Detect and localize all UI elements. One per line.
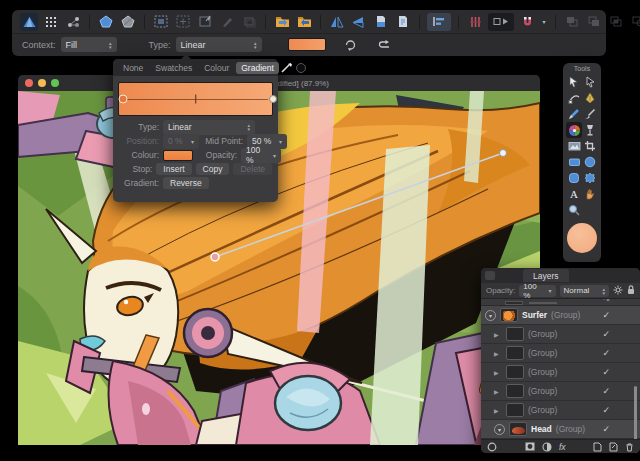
snapping-magnet-icon[interactable] bbox=[518, 13, 536, 31]
vector-brush-tool[interactable] bbox=[582, 106, 598, 122]
collapse-arrow-icon[interactable]: ▶ bbox=[494, 369, 502, 376]
layer-row-group-5[interactable]: ▶ (Group) ✓ bbox=[481, 401, 640, 420]
doc-page-icon[interactable] bbox=[394, 13, 412, 31]
blend-mode-dropdown[interactable]: Normal ▴▾ bbox=[560, 285, 609, 297]
flip-vertical-icon[interactable] bbox=[350, 13, 368, 31]
adjustment-layer-icon[interactable] bbox=[542, 442, 552, 452]
disabled-pen-icon[interactable] bbox=[218, 13, 236, 31]
expand-arrow-icon[interactable]: ▾ bbox=[485, 310, 496, 321]
layer-visibility-check[interactable]: ✓ bbox=[602, 386, 610, 396]
position-dropdown[interactable]: 0 % bbox=[163, 134, 199, 149]
pixel-persona-icon[interactable] bbox=[42, 13, 60, 31]
clipped-layer-row[interactable]: ↷ bbox=[481, 299, 640, 306]
layer-row-group-3[interactable]: ▶ (Group) ✓ bbox=[481, 363, 640, 382]
preview-mode-toggle[interactable] bbox=[488, 13, 514, 31]
layer-visibility-check[interactable]: ✓ bbox=[602, 329, 610, 339]
current-colour-well[interactable] bbox=[567, 223, 597, 253]
noise-swatch[interactable] bbox=[296, 63, 306, 73]
designer-persona-icon[interactable] bbox=[20, 13, 38, 31]
reverse-gradient-icon[interactable] bbox=[376, 36, 394, 54]
delete-stop-button[interactable]: Delete bbox=[233, 163, 272, 175]
eyedropper-icon[interactable] bbox=[281, 62, 293, 73]
collapse-arrow-icon[interactable]: ▶ bbox=[494, 331, 502, 338]
point-tool[interactable] bbox=[566, 90, 582, 106]
gradient-stop-start[interactable] bbox=[119, 95, 128, 104]
pentagon-blue-icon[interactable] bbox=[97, 13, 115, 31]
layer-visibility-check[interactable]: ✓ bbox=[602, 367, 610, 377]
tab-none[interactable]: None bbox=[118, 62, 148, 74]
transparency-tool[interactable] bbox=[582, 122, 598, 138]
rounded-rectangle-tool[interactable] bbox=[566, 170, 582, 186]
artistic-text-tool[interactable]: A bbox=[566, 186, 582, 202]
shape-tool[interactable] bbox=[582, 170, 598, 186]
layer-visibility-check[interactable]: ✓ bbox=[602, 424, 610, 434]
document-titlebar[interactable]: Surfer 01 [Modified] (87.9%) bbox=[18, 75, 540, 91]
snapping-caret[interactable]: ▾ bbox=[540, 13, 548, 31]
disabled-layer-icon[interactable] bbox=[240, 13, 258, 31]
node-tool[interactable] bbox=[582, 74, 598, 90]
doc-blue-icon[interactable] bbox=[372, 13, 390, 31]
pen-tool[interactable] bbox=[582, 90, 598, 106]
collapse-arrow-icon[interactable]: ▶ bbox=[494, 407, 502, 414]
alignment-icon[interactable] bbox=[427, 13, 451, 31]
edit-inside-icon[interactable] bbox=[196, 13, 214, 31]
layer-visibility-check[interactable]: ✓ bbox=[602, 405, 610, 415]
layer-row-group-1[interactable]: ▶ (Group) ✓ bbox=[481, 325, 640, 344]
stop-opacity-dropdown[interactable]: 100 % bbox=[241, 148, 281, 163]
gradient-bar[interactable] bbox=[118, 82, 273, 116]
pencil-tool[interactable] bbox=[566, 106, 582, 122]
insert-stop-button[interactable]: Insert bbox=[156, 163, 191, 175]
export-persona-icon[interactable] bbox=[64, 13, 82, 31]
ellipse-tool[interactable] bbox=[582, 154, 598, 170]
layer-effects-icon[interactable]: fx bbox=[559, 442, 566, 452]
tab-colour[interactable]: Colour bbox=[199, 62, 234, 74]
folder-back-icon[interactable] bbox=[295, 13, 313, 31]
folder-front-icon[interactable] bbox=[273, 13, 291, 31]
edit-all-layers-icon[interactable] bbox=[487, 442, 497, 452]
disabled-boolean-intersect-icon[interactable] bbox=[607, 13, 625, 31]
lock-icon[interactable] bbox=[627, 285, 635, 297]
collapse-arrow-icon[interactable]: ▶ bbox=[494, 350, 502, 357]
type-dropdown[interactable]: Linear ▴▾ bbox=[176, 37, 262, 52]
new-pixel-layer-icon[interactable] bbox=[609, 442, 618, 452]
zoom-tool[interactable] bbox=[566, 202, 582, 218]
mask-layer-icon[interactable] bbox=[525, 442, 535, 451]
layer-row-surfer[interactable]: ▾ Surfer (Group) ✓ bbox=[481, 306, 640, 325]
layer-opacity-dropdown[interactable]: 100 % bbox=[519, 285, 555, 297]
layers-tab[interactable]: Layers bbox=[523, 269, 569, 282]
insert-inside-icon[interactable] bbox=[152, 13, 170, 31]
pentagon-gray-icon[interactable] bbox=[119, 13, 137, 31]
panel-stub-icon[interactable] bbox=[485, 271, 495, 280]
layer-row-group-4[interactable]: ▶ (Group) ✓ bbox=[481, 382, 640, 401]
gradient-start-handle[interactable] bbox=[211, 253, 219, 261]
insert-replace-icon[interactable] bbox=[174, 13, 192, 31]
expand-arrow-icon[interactable]: ▾ bbox=[494, 424, 505, 435]
crop-tool[interactable] bbox=[582, 138, 598, 154]
new-layer-icon[interactable] bbox=[593, 442, 602, 452]
context-dropdown[interactable]: Fill ▴▾ bbox=[61, 37, 117, 52]
gradient-end-handle[interactable] bbox=[500, 150, 507, 157]
rectangle-tool[interactable] bbox=[566, 154, 582, 170]
tab-gradient[interactable]: Gradient bbox=[236, 62, 279, 74]
disabled-boolean-add-icon[interactable] bbox=[563, 13, 581, 31]
disabled-boolean-divide-icon[interactable] bbox=[629, 13, 640, 31]
gradient-midpoint-marker[interactable] bbox=[195, 95, 197, 104]
fill-tool[interactable] bbox=[566, 122, 582, 138]
flip-horizontal-icon[interactable] bbox=[328, 13, 346, 31]
stop-colour-swatch[interactable] bbox=[163, 150, 193, 161]
layer-row-head[interactable]: ▾ Head (Group) ✓ bbox=[481, 420, 640, 439]
fill-swatch-button[interactable] bbox=[288, 38, 326, 51]
reverse-gradient-button[interactable]: Reverse bbox=[163, 177, 209, 189]
blend-options-gear-icon[interactable] bbox=[613, 285, 623, 297]
move-tool[interactable] bbox=[566, 74, 582, 90]
disabled-boolean-subtract-icon[interactable] bbox=[585, 13, 603, 31]
delete-layer-icon[interactable] bbox=[625, 442, 634, 452]
gradient-stop-end[interactable] bbox=[269, 95, 277, 103]
layer-visibility-check[interactable]: ✓ bbox=[602, 310, 610, 320]
vector-crop-tool[interactable] bbox=[566, 138, 582, 154]
layer-row-group-2[interactable]: ▶ (Group) ✓ bbox=[481, 344, 640, 363]
gradient-type-dropdown[interactable]: Linear ▴▾ bbox=[163, 120, 255, 135]
tab-swatches[interactable]: Swatches bbox=[150, 62, 197, 74]
rotate-gradient-icon[interactable] bbox=[342, 36, 360, 54]
copy-stop-button[interactable]: Copy bbox=[196, 163, 230, 175]
